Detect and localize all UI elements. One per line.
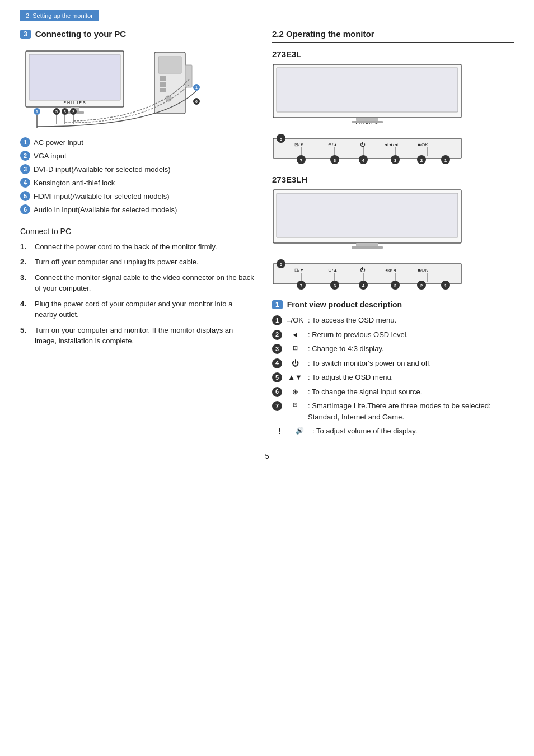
desc-text-7: : SmartImage Lite.There are three modes … xyxy=(308,400,514,422)
operating-section-header: 2.2 Operating the monitor xyxy=(272,29,514,43)
desc-num-6: 6 xyxy=(272,387,282,397)
desc-text-1: : To access the OSD menu. xyxy=(308,315,514,326)
conn-item-3: 3 DVI-D input(Available for selected mod… xyxy=(20,164,255,176)
model2-monitor-diag: PHILIPS xyxy=(272,189,462,255)
desc-num-1: 1 xyxy=(272,315,282,325)
desc-item-2: 2 ◄ : Return to previous OSD level. xyxy=(272,329,514,340)
svg-text:◄d/◄: ◄d/◄ xyxy=(384,268,397,273)
connect-pc-subtitle: Connect to PC xyxy=(20,227,255,236)
step-5: 5. Turn on your computer and monitor. If… xyxy=(20,325,255,347)
svg-text:3: 3 xyxy=(64,110,66,114)
svg-text:4: 4 xyxy=(362,283,365,288)
desc-num-7: 7 xyxy=(272,401,282,411)
connection-list: 1 AC power input 2 VGA input 3 DVI-D inp… xyxy=(20,137,255,217)
desc-text-4: : To switch monitor's power on and off. xyxy=(308,358,514,369)
svg-text:⊡/▼: ⊡/▼ xyxy=(294,268,304,273)
conn-num-1: 1 xyxy=(20,137,30,147)
steps-list: 1. Connect the power cord to the back of… xyxy=(20,241,255,347)
desc-num-4: 4 xyxy=(272,358,282,368)
desc-icon-5: ▲▼ xyxy=(287,372,303,383)
step-text-1: Connect the power cord to the back of th… xyxy=(35,241,217,253)
desc-item-5: 5 ▲▼ : To adjust the OSD menu. xyxy=(272,372,514,383)
svg-text:5: 5 xyxy=(280,262,283,267)
operating-title: 2.2 Operating the monitor xyxy=(272,29,374,42)
desc-item-bang: ! 🔊 : To adjust volume of the display. xyxy=(272,426,514,437)
svg-rect-20 xyxy=(160,82,166,87)
right-column: 2.2 Operating the monitor 273E3L PHILIPS xyxy=(272,29,514,441)
desc-num-2: 2 xyxy=(272,330,282,340)
svg-text:5: 5 xyxy=(55,110,58,114)
svg-text:⏻: ⏻ xyxy=(360,267,366,273)
section-header: 2. Setting up the monitor xyxy=(20,10,99,21)
svg-text:■/OK: ■/OK xyxy=(418,142,428,147)
conn-num-5: 5 xyxy=(20,191,30,201)
svg-text:⊕/▲: ⊕/▲ xyxy=(328,268,338,273)
desc-icon-1: ≡/OK xyxy=(287,315,303,326)
svg-text:3: 3 xyxy=(394,283,397,288)
desc-item-7: 7 ⊡ : SmartImage Lite.There are three mo… xyxy=(272,400,514,422)
desc-icon-3: ⊡ xyxy=(287,343,303,353)
desc-item-3: 3 ⊡ : Change to 4:3 display. xyxy=(272,343,514,354)
desc-text-5: : To adjust the OSD menu. xyxy=(308,372,514,383)
svg-text:5: 5 xyxy=(280,137,283,142)
desc-icon-4: ⏻ xyxy=(287,358,303,369)
svg-rect-32 xyxy=(352,121,383,123)
svg-rect-23 xyxy=(185,65,192,87)
desc-bang: ! xyxy=(272,426,287,437)
conn-text-5: HDMI input(Available for selected models… xyxy=(34,190,170,203)
model1-monitor-diag: PHILIPS xyxy=(272,63,462,129)
desc-icon-7: ⊡ xyxy=(287,400,303,409)
svg-text:6: 6 xyxy=(334,158,336,163)
conn-num-6: 6 xyxy=(20,204,30,214)
svg-text:2: 2 xyxy=(420,158,423,163)
svg-text:■/OK: ■/OK xyxy=(418,268,428,273)
model1-btn-svg: 5 ⊡/▼ ⊕/▲ ⏻ ◄◄/◄ ■/OK xyxy=(272,132,462,165)
monitor-svg: PHILIPS 1 5 3 2 xyxy=(20,45,210,128)
header-text: 2. Setting up the monitor xyxy=(26,12,93,19)
conn-num-4: 4 xyxy=(20,178,30,188)
desc-item-6: 6 ⊕ : To change the signal input source. xyxy=(272,386,514,398)
conn-item-6: 6 Audio in input(Available for selected … xyxy=(20,204,255,216)
monitor-illustration: PHILIPS 1 5 3 2 xyxy=(20,45,255,130)
step-4: 4. Plug the power cord of your computer … xyxy=(20,298,255,320)
desc-text-3: : Change to 4:3 display. xyxy=(308,343,514,354)
step-text-3: Connect the monitor signal cable to the … xyxy=(35,272,255,294)
svg-text:6: 6 xyxy=(195,100,198,104)
svg-text:◄◄/◄: ◄◄/◄ xyxy=(384,142,399,147)
svg-rect-61 xyxy=(356,243,378,246)
desc-list: 1 ≡/OK : To access the OSD menu. 2 ◄ : R… xyxy=(272,315,514,437)
conn-text-2: VGA input xyxy=(34,150,67,162)
svg-rect-19 xyxy=(160,76,166,81)
conn-text-6: Audio in input(Available for selected mo… xyxy=(34,204,177,216)
model2-svg: PHILIPS xyxy=(272,189,462,253)
svg-text:PHILIPS: PHILIPS xyxy=(63,101,86,105)
desc-text-2: : Return to previous OSD level. xyxy=(308,329,514,340)
front-view-badge: 1 xyxy=(272,300,283,309)
step-num-2: 2. xyxy=(20,256,30,268)
connecting-badge: 3 xyxy=(20,30,31,39)
svg-text:3: 3 xyxy=(394,158,397,163)
front-view-section-title: 1 Front view product description xyxy=(272,300,514,309)
conn-num-3: 3 xyxy=(20,164,30,174)
svg-rect-1 xyxy=(29,54,120,100)
step-num-1: 1. xyxy=(20,241,30,253)
svg-text:1: 1 xyxy=(444,158,447,163)
svg-text:7: 7 xyxy=(300,158,303,163)
step-num-4: 4. xyxy=(20,298,30,310)
page-number: 5 xyxy=(20,452,514,460)
model1-section: 273E3L PHILIPS xyxy=(272,49,514,167)
desc-icon-6: ⊕ xyxy=(287,386,303,398)
model1-name: 273E3L xyxy=(272,49,514,59)
svg-rect-59 xyxy=(277,193,458,237)
step-text-2: Turn off your computer and unplug its po… xyxy=(35,256,199,268)
model2-btn-svg: 5 ⊡/▼ ⊕/▲ ⏻ ◄d/◄ ■/OK 7 xyxy=(272,257,462,291)
svg-rect-21 xyxy=(160,88,166,92)
connecting-section-title: 3 Connecting to your PC xyxy=(20,29,255,39)
conn-text-4: Kensington anti-thief lock xyxy=(34,177,115,189)
step-1: 1. Connect the power cord to the back of… xyxy=(20,241,255,253)
model2-btn-diag: 5 ⊡/▼ ⊕/▲ ⏻ ◄d/◄ ■/OK 7 xyxy=(272,257,462,292)
svg-text:1: 1 xyxy=(195,86,198,90)
desc-text-6: : To change the signal input source. xyxy=(308,386,514,398)
desc-item-4: 4 ⏻ : To switch monitor's power on and o… xyxy=(272,358,514,369)
connecting-title-text: Connecting to your PC xyxy=(35,29,127,39)
